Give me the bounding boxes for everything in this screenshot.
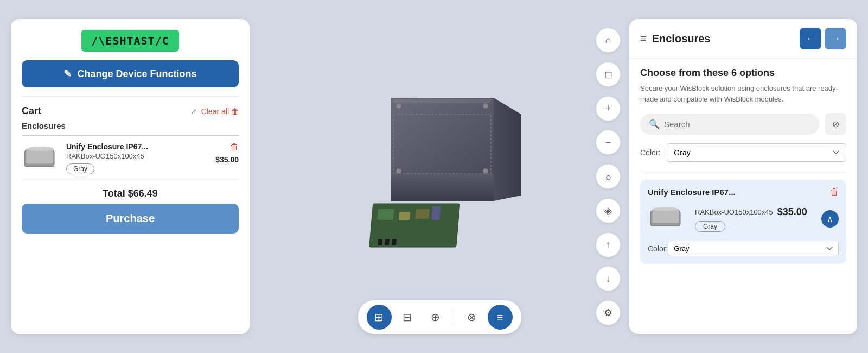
svg-point-17 <box>653 207 679 211</box>
svg-rect-10 <box>415 209 430 219</box>
product-expand-button[interactable]: ∧ <box>821 210 839 228</box>
product-card: Unify Enclosure IP67... 🗑 RAKBox-UO150x1… <box>640 180 846 264</box>
zoom-out-tool-button[interactable]: − <box>596 130 621 155</box>
search-input[interactable] <box>664 119 810 129</box>
bottom-toolbar: ⊞ ⊟ ⊕ ⊗ ≡ <box>358 300 521 334</box>
trash-icon-header: 🗑 <box>231 107 239 116</box>
product-card-footer: Color: Gray Black White <box>648 241 839 256</box>
svg-point-6 <box>483 168 488 174</box>
svg-rect-13 <box>385 239 390 245</box>
cart-item-sku: RAKBox-UO150x100x45 <box>66 152 209 160</box>
toolbar-divider <box>454 309 454 325</box>
product-sku: RAKBox-UO150x100x45 <box>695 208 773 216</box>
product-color-select[interactable]: Gray Black White <box>668 241 839 256</box>
right-panel-body: Choose from these 6 options Secure your … <box>629 59 857 334</box>
menu-icon: ≡ <box>640 33 647 45</box>
choose-title: Choose from these 6 options <box>640 67 846 79</box>
change-btn-label: Change Device Functions <box>77 68 196 80</box>
svg-point-5 <box>396 168 401 174</box>
svg-rect-16 <box>652 209 679 223</box>
svg-point-4 <box>483 103 488 109</box>
product-card-title: Unify Enclosure IP67... <box>648 187 736 197</box>
grid-view-button[interactable]: ⊞ <box>367 305 392 330</box>
grid2-view-button[interactable]: ⊟ <box>395 305 420 330</box>
purchase-button[interactable]: Purchase <box>22 204 239 234</box>
share-tool-button[interactable]: ↑ <box>596 232 621 257</box>
svg-rect-12 <box>378 239 382 245</box>
svg-rect-9 <box>399 212 410 220</box>
svg-rect-1 <box>26 149 53 164</box>
right-panel: ≡ Enclosures ← → Choose from these 6 opt… <box>629 19 857 334</box>
cube-tool-button[interactable]: ◻ <box>596 62 621 87</box>
cart-item-delete-icon[interactable]: 🗑 <box>230 142 239 152</box>
product-color-label: Color: <box>648 244 668 253</box>
total-label: Total $66.49 <box>103 188 158 199</box>
cart-section: Cart ⤢ Clear all 🗑 Enclosures Unify <box>22 96 239 234</box>
product-price-row: RAKBox-UO150x100x45 $35.00 <box>695 206 810 218</box>
brand-logo: /\ESHTAST/C <box>81 30 179 52</box>
right-panel-title: Enclosures <box>652 33 711 45</box>
svg-point-3 <box>396 103 401 109</box>
clear-all-button[interactable]: Clear all 🗑 <box>201 107 239 116</box>
svg-rect-11 <box>431 206 441 220</box>
nav-buttons: ← → <box>800 28 846 49</box>
product-delete-icon[interactable]: 🗑 <box>830 187 839 197</box>
cart-item: Unify Enclosure IP67... RAKBox-UO150x100… <box>22 142 239 181</box>
search-icon: 🔍 <box>649 119 660 129</box>
product-price: $35.00 <box>777 206 807 218</box>
cart-expand-icon[interactable]: ⤢ <box>190 107 197 116</box>
layers-view-button[interactable]: ⊕ <box>423 305 448 330</box>
product-thumbnail <box>648 203 688 235</box>
total-row: Total $66.49 <box>22 181 239 204</box>
svg-rect-8 <box>377 209 394 220</box>
cart-item-price: $35.00 <box>215 155 239 164</box>
product-info: RAKBox-UO150x100x45 $35.00 Gray <box>695 206 810 232</box>
vertical-toolbar: ⌂ ◻ + − ⌕ ◈ ↑ ↓ ⚙ <box>596 19 621 334</box>
left-panel: /\ESHTAST/C ✎ Change Device Functions Ca… <box>11 19 250 334</box>
svg-point-2 <box>27 147 54 151</box>
filter-button[interactable]: ⊘ <box>825 113 846 135</box>
cart-item-color-tag: Gray <box>66 163 94 174</box>
svg-rect-14 <box>392 239 397 245</box>
search-tool-button[interactable]: ⌕ <box>596 164 621 189</box>
cart-header-right: ⤢ Clear all 🗑 <box>190 107 239 116</box>
clear-all-label: Clear all <box>201 107 229 116</box>
3d-viewer[interactable] <box>258 19 621 296</box>
download-tool-button[interactable]: ↓ <box>596 266 621 291</box>
settings-tool-button[interactable]: ⚙ <box>596 300 621 325</box>
cart-item-name: Unify Enclosure IP67... <box>66 142 209 151</box>
color-filter-label: Color: <box>640 148 660 157</box>
zoom-in-tool-button[interactable]: + <box>596 96 621 121</box>
product-color-tag: Gray <box>695 221 725 232</box>
center-panel: ⊞ ⊟ ⊕ ⊗ ≡ ⌂ ◻ + − ⌕ ◈ ↑ ↓ ⚙ <box>258 19 621 334</box>
search-row: 🔍 ⊘ <box>640 113 846 135</box>
layers-tool-button[interactable]: ◈ <box>596 198 621 223</box>
right-panel-header: ≡ Enclosures ← → <box>629 19 857 59</box>
cart-item-thumbnail <box>22 142 60 172</box>
stack-view-button[interactable]: ⊗ <box>459 305 484 330</box>
color-filter-row: Color: Gray Black White Yellow <box>640 143 846 171</box>
color-filter-select[interactable]: Gray Black White Yellow <box>667 143 846 162</box>
home-tool-button[interactable]: ⌂ <box>596 28 621 53</box>
right-header-left: ≡ Enclosures <box>640 33 711 45</box>
change-device-functions-button[interactable]: ✎ Change Device Functions <box>22 60 239 87</box>
product-card-body: RAKBox-UO150x100x45 $35.00 Gray ∧ <box>648 203 839 235</box>
product-card-header: Unify Enclosure IP67... 🗑 <box>648 187 839 197</box>
cart-header: Cart ⤢ Clear all 🗑 <box>22 105 239 117</box>
pencil-icon: ✎ <box>63 68 72 80</box>
choose-desc: Secure your WisBlock solution using encl… <box>640 83 846 104</box>
cart-item-info: Unify Enclosure IP67... RAKBox-UO150x100… <box>66 142 209 174</box>
cart-title: Cart <box>22 105 41 117</box>
nav-back-button[interactable]: ← <box>800 28 821 49</box>
layers3-view-button[interactable]: ≡ <box>488 305 513 330</box>
purchase-label: Purchase <box>106 212 155 224</box>
search-box[interactable]: 🔍 <box>640 114 819 135</box>
nav-forward-button[interactable]: → <box>825 28 846 49</box>
enclosures-section-label: Enclosures <box>22 121 239 136</box>
brand-logo-text: /\ESHTAST/C <box>91 34 169 47</box>
